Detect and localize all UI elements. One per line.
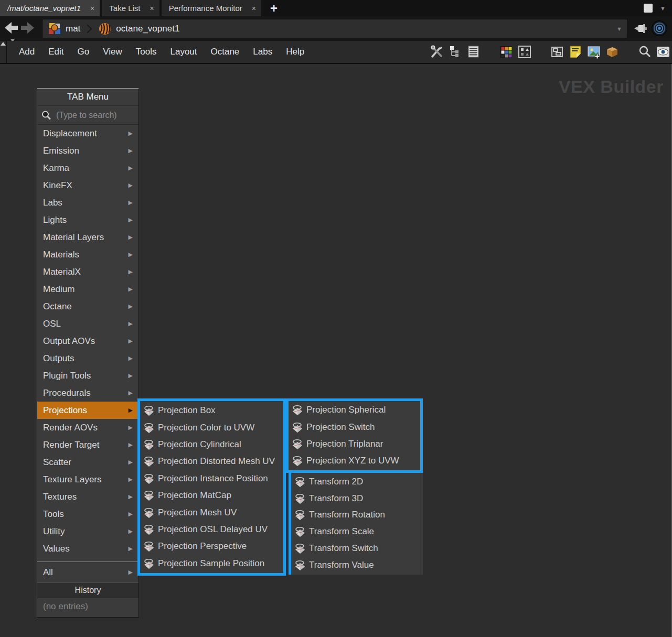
close-tab-icon[interactable]: × [90,5,94,12]
category-projections[interactable]: Projections▶ [37,402,138,419]
submenu-item-projection-distorted-mesh-uv[interactable]: Projection Distorted Mesh UV [140,453,283,470]
category-texture-layers[interactable]: Texture Layers▶ [37,471,138,488]
category-materials[interactable]: Materials▶ [37,246,138,263]
submenu-item-label: Projection Box [158,405,216,416]
node-icon [294,476,306,488]
category-octane[interactable]: Octane▶ [37,298,138,315]
tools-icon[interactable] [430,45,444,59]
submenu-caret-icon: ▶ [129,320,133,327]
close-tab-icon[interactable]: × [252,5,256,12]
category-scatter[interactable]: Scatter▶ [37,454,138,471]
menu-go[interactable]: Go [71,47,97,57]
category-render-aovs[interactable]: Render AOVs▶ [37,419,138,436]
category-emission[interactable]: Emission▶ [37,142,138,159]
submenu-caret-icon: ▶ [129,182,133,189]
zoom-icon[interactable] [638,45,652,59]
network-boxes-icon[interactable] [550,45,564,59]
tab-take-list[interactable]: Take List× [102,0,159,16]
path-bar: mat octane_vopnet1 ▼ [0,16,672,41]
menu-tools[interactable]: Tools [129,47,164,57]
submenu-item-transform-scale[interactable]: Transform Scale [291,523,423,540]
submenu-item-transform-switch[interactable]: Transform Switch [291,540,423,557]
network-editor-canvas[interactable]: VEX Builder TAB Menu Displacement▶Emissi… [0,64,672,637]
submenu-item-transform-2d[interactable]: Transform 2D [291,473,423,490]
list-view-icon[interactable] [467,45,481,59]
submenu-item-projection-xyz-to-uvw[interactable]: Projection XYZ to UVW [289,452,420,469]
search-input[interactable] [55,110,135,121]
new-tab-button[interactable]: + [263,0,284,16]
menu-labs[interactable]: Labs [246,47,279,57]
submenu-item-projection-triplanar[interactable]: Projection Triplanar [289,436,420,452]
path-dropdown-caret-icon[interactable]: ▼ [616,26,622,32]
category-lights[interactable]: Lights▶ [37,211,138,229]
category-material-layers[interactable]: Material Layers▶ [37,229,138,246]
menu-edit[interactable]: Edit [41,47,70,57]
category-labs[interactable]: Labs▶ [37,194,138,211]
submenu-item-projection-osl-delayed-uv[interactable]: Projection OSL Delayed UV [140,521,283,538]
add-image-icon[interactable] [587,45,601,59]
category-materialx[interactable]: MaterialX▶ [37,263,138,280]
submenu-item-projection-color-to-uvw[interactable]: Projection Color to UVW [140,419,283,436]
category-textures[interactable]: Textures▶ [37,488,138,505]
node-icon [143,422,155,434]
network-path-field[interactable]: mat octane_vopnet1 ▼ [42,19,628,38]
tree-view-icon[interactable] [449,45,462,59]
category-all[interactable]: All ▶ [37,564,138,581]
shapes-grid-icon[interactable] [518,45,531,59]
path-segment-mat[interactable]: mat [48,22,80,36]
submenu-item-projection-mesh-uv[interactable]: Projection Mesh UV [140,504,283,521]
submenu-item-projection-spherical[interactable]: Projection Spherical [289,402,420,418]
category-procedurals[interactable]: Procedurals▶ [37,384,138,402]
category-plugin-tools[interactable]: Plugin Tools▶ [37,367,138,384]
sticky-note-icon[interactable] [569,45,582,59]
asset-box-icon[interactable] [605,45,619,59]
menu-help[interactable]: Help [279,47,311,57]
close-tab-icon[interactable]: × [150,5,154,12]
submenu-item-transform-rotation[interactable]: Transform Rotation [291,507,423,524]
tab-performance-monitor[interactable]: Performance Monitor× [162,0,261,16]
pin-path-icon[interactable] [633,21,648,38]
node-icon [143,541,155,552]
submenu-item-projection-cylindrical[interactable]: Projection Cylindrical [140,436,283,453]
submenu-item-projection-matcap[interactable]: Projection MatCap [140,487,283,504]
node-icon [294,526,306,537]
category-osl[interactable]: OSL▶ [37,315,138,332]
category-render-target[interactable]: Render Target▶ [37,436,138,454]
category-kinefx[interactable]: KineFX▶ [37,177,138,194]
float-pane-icon[interactable] [644,4,653,13]
category-karma[interactable]: Karma▶ [37,159,138,177]
category-tools[interactable]: Tools▶ [37,505,138,523]
category-outputs[interactable]: Outputs▶ [37,350,138,367]
menu-view[interactable]: View [96,47,129,57]
category-output-aovs[interactable]: Output AOVs▶ [37,332,138,350]
submenu-item-label: Transform 3D [309,493,363,504]
submenu-item-projection-instance-position[interactable]: Projection Instance Position [140,470,283,487]
category-utility[interactable]: Utility▶ [37,523,138,540]
pane-handle-arrow-icon [1,42,6,46]
forward-button[interactable] [20,21,36,37]
submenu-item-transform-3d[interactable]: Transform 3D [291,490,423,507]
tool-group [499,45,531,59]
pane-menu-caret-icon[interactable]: ▼ [660,5,666,12]
pane-handle[interactable] [0,41,7,63]
tab-mat-octane-vopnet1[interactable]: /mat/octane_vopnet1× [0,0,100,16]
menu-octane[interactable]: Octane [204,47,247,57]
category-values[interactable]: Values▶ [37,540,138,557]
submenu-caret-icon: ▶ [129,511,133,517]
menu-add[interactable]: Add [12,47,41,57]
submenu-item-transform-value[interactable]: Transform Value [291,557,423,574]
submenu-item-projection-switch[interactable]: Projection Switch [289,418,420,435]
menu-layout[interactable]: Layout [163,47,204,57]
submenu-item-projection-box[interactable]: Projection Box [140,402,283,419]
palette-icon[interactable] [499,45,513,59]
category-label: Render AOVs [43,423,129,433]
node-icon [143,524,155,535]
submenu-item-projection-perspective[interactable]: Projection Perspective [140,538,283,555]
path-segment-octane-vopnet1[interactable]: octane_vopnet1 [98,22,179,36]
submenu-item-projection-sample-position[interactable]: Projection Sample Position [140,555,283,572]
visibility-icon[interactable] [656,45,670,59]
category-displacement[interactable]: Displacement▶ [37,125,138,142]
submenu-caret-icon: ▶ [129,569,133,576]
category-medium[interactable]: Medium▶ [37,280,138,298]
radial-menu-icon[interactable] [651,20,668,39]
